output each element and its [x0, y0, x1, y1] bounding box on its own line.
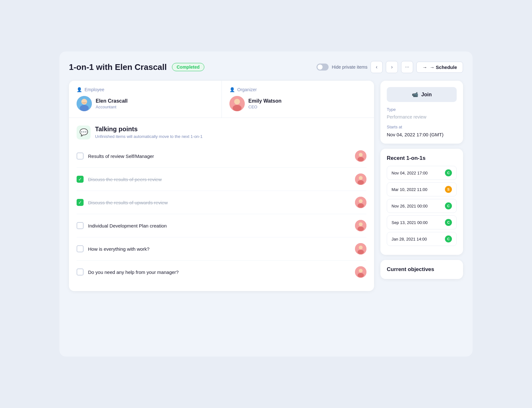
- svg-point-12: [359, 176, 363, 180]
- starts-section: Starts at Nov 04, 2022 17:00 (GMT): [387, 125, 457, 137]
- organizer-title: CEO: [249, 105, 282, 109]
- recent-title: Recent 1-on-1s: [387, 155, 457, 161]
- svg-point-24: [359, 269, 363, 273]
- agenda-text-6: Do you need any help from your manager?: [88, 269, 351, 275]
- employee-role-label: 👤 Employee: [77, 87, 214, 92]
- recent-item-1[interactable]: Nov 04, 2022 17:00 C: [387, 166, 457, 180]
- svg-point-7: [234, 99, 240, 105]
- recent-date-4: Sep 13, 2021 00:00: [392, 220, 428, 225]
- svg-point-2: [80, 105, 89, 111]
- recent-badge-4: C: [445, 219, 452, 226]
- recent-badge-5: C: [445, 235, 452, 242]
- agenda-item-6: Do you need any help from your manager?: [77, 261, 366, 283]
- agenda-text-5: How is everything with work?: [88, 246, 351, 252]
- starts-label: Starts at: [387, 125, 457, 129]
- agenda-item-5: How is everything with work?: [77, 237, 366, 261]
- employee-avatar: [77, 96, 92, 111]
- join-button[interactable]: 📹 Join: [387, 87, 457, 102]
- svg-point-9: [359, 153, 363, 157]
- schedule-icon: →: [422, 65, 427, 70]
- header: 1-on-1 with Elen Crascall Completed Hide…: [69, 61, 463, 73]
- agenda-text-3: Discuss the results of upwards review: [88, 200, 351, 205]
- svg-point-3: [81, 99, 87, 105]
- objectives-card: Current objectives: [380, 260, 463, 279]
- svg-point-10: [358, 157, 364, 161]
- recent-badge-2: S: [445, 186, 452, 193]
- recent-item-4[interactable]: Sep 13, 2021 00:00 C: [387, 215, 457, 229]
- video-icon: 📹: [412, 92, 418, 98]
- agenda-item-3: ✓ Discuss the results of upwards review: [77, 191, 366, 214]
- type-label: Type: [387, 107, 457, 112]
- organizer-info: Emily Watson CEO: [229, 96, 367, 111]
- agenda-text-2: Discuss the results of peers review: [88, 177, 351, 182]
- agenda-avatar-1: [355, 150, 366, 162]
- agenda-item-2: ✓ Discuss the results of peers review: [77, 168, 366, 191]
- talking-points-text: Talking points Unfinished items will aut…: [95, 126, 202, 139]
- talking-points-subtitle: Unfinished items will automatically move…: [95, 134, 202, 139]
- agenda-avatar-2: [355, 173, 366, 185]
- checkbox-4[interactable]: [77, 222, 84, 229]
- type-section: Type Performance review: [387, 107, 457, 119]
- left-panel: 👤 Employee: [69, 81, 374, 291]
- recent-date-2: Mar 10, 2022 11:00: [392, 187, 427, 192]
- info-card: 📹 Join Type Performance review Starts at…: [380, 81, 463, 144]
- main-layout: 👤 Employee: [69, 81, 463, 291]
- svg-point-16: [358, 203, 364, 208]
- organizer-column: 👤 Organizer Em: [222, 81, 374, 118]
- talking-points-header: 💬 Talking points Unfinished items will a…: [69, 118, 374, 145]
- checkbox-6[interactable]: [77, 269, 84, 275]
- checkbox-1[interactable]: [77, 153, 84, 160]
- svg-point-25: [358, 273, 364, 277]
- employee-column: 👤 Employee: [69, 81, 222, 118]
- more-button[interactable]: ···: [401, 61, 413, 73]
- agenda-item-1: Results of review Self/Manager: [77, 145, 366, 168]
- svg-point-6: [233, 105, 242, 111]
- recent-card: Recent 1-on-1s Nov 04, 2022 17:00 C Mar …: [380, 149, 463, 255]
- checkbox-2[interactable]: ✓: [77, 176, 84, 183]
- recent-item-5[interactable]: Jan 28, 2021 14:00 C: [387, 232, 457, 246]
- recent-badge-1: C: [445, 169, 452, 176]
- page-title: 1-on-1 with Elen Crascall: [69, 62, 167, 72]
- organizer-role-label: 👤 Organizer: [229, 87, 367, 92]
- svg-point-18: [359, 222, 363, 226]
- right-panel: 📹 Join Type Performance review Starts at…: [380, 81, 463, 291]
- agenda-avatar-4: [355, 220, 366, 231]
- agenda-item-4: Individual Development Plan creation: [77, 214, 366, 237]
- agenda-avatar-3: [355, 197, 366, 208]
- employee-info: Elen Crascall Accountant: [77, 96, 214, 111]
- agenda-text-4: Individual Development Plan creation: [88, 223, 351, 228]
- organizer-role-text: Organizer: [237, 87, 257, 92]
- organizer-person-icon: 👤: [229, 87, 235, 92]
- organizer-name: Emily Watson: [249, 98, 282, 104]
- employee-details: Elen Crascall Accountant: [96, 98, 128, 109]
- recent-date-5: Jan 28, 2021 14:00: [392, 237, 427, 241]
- agenda-text-1: Results of review Self/Manager: [88, 153, 351, 159]
- organizer-avatar: [229, 96, 245, 111]
- talking-points-title: Talking points: [95, 126, 202, 133]
- svg-point-13: [358, 180, 364, 185]
- schedule-button[interactable]: → → Schedule: [416, 62, 463, 73]
- checkbox-5[interactable]: [77, 245, 84, 252]
- starts-value: Nov 04, 2022 17:00 (GMT): [387, 132, 457, 137]
- recent-item-3[interactable]: Nov 26, 2021 00:00 C: [387, 199, 457, 213]
- agenda-avatar-5: [355, 243, 366, 255]
- employee-role-text: Employee: [85, 87, 104, 92]
- employee-title: Accountant: [96, 105, 128, 109]
- app-container: 1-on-1 with Elen Crascall Completed Hide…: [59, 51, 473, 357]
- toggle-wrap: Hide private items: [317, 64, 367, 71]
- recent-item-2[interactable]: Mar 10, 2022 11:00 S: [387, 182, 457, 196]
- next-button[interactable]: ›: [386, 61, 398, 73]
- checkbox-3[interactable]: ✓: [77, 199, 84, 206]
- join-label: Join: [421, 92, 432, 98]
- svg-point-22: [358, 250, 364, 254]
- prev-button[interactable]: ‹: [371, 61, 383, 73]
- chat-icon: 💬: [77, 126, 91, 139]
- employee-name: Elen Crascall: [96, 98, 128, 104]
- svg-point-19: [358, 227, 364, 231]
- agenda-items-list: Results of review Self/Manager ✓ Discuss…: [69, 145, 374, 291]
- recent-date-1: Nov 04, 2022 17:00: [392, 171, 427, 175]
- toggle-label: Hide private items: [332, 65, 367, 70]
- header-controls: Hide private items ‹ › ··· → → Schedule: [317, 61, 463, 73]
- private-items-toggle[interactable]: [317, 64, 329, 71]
- objectives-title: Current objectives: [387, 266, 457, 273]
